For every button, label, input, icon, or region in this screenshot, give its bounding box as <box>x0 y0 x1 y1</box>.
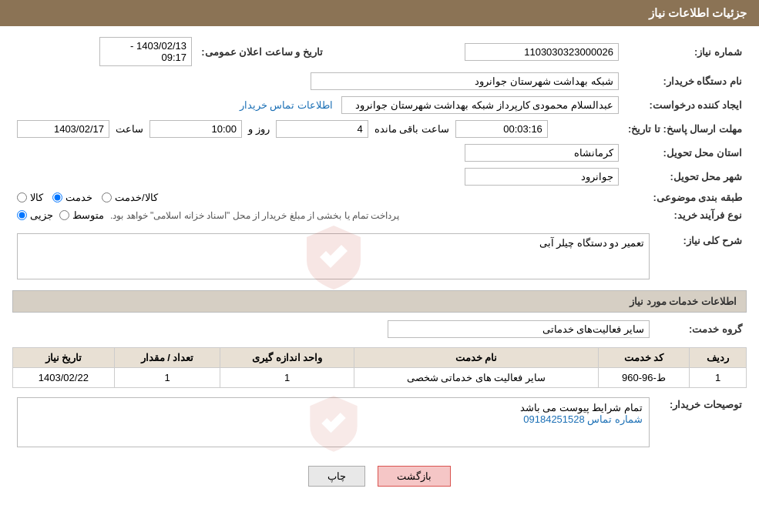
announce-date-label: تاریخ و ساعت اعلان عمومی: <box>196 34 327 69</box>
cell-qty: 1 <box>114 368 220 388</box>
countdown-label: ساعت باقی مانده <box>374 123 449 135</box>
cell-unit: 1 <box>220 368 354 388</box>
service-group-display: سایر فعالیت‌های خدماتی <box>388 320 650 338</box>
col-row-num: ردیف <box>690 348 747 368</box>
buyer-org-display: شبکه بهداشت شهرستان جوانرود <box>311 72 619 90</box>
table-row: 1 ط-96-960 سایر فعالیت های خدماتی شخصی 1… <box>13 368 747 388</box>
category-kala-khidmat: کالا/خدمت <box>102 192 158 203</box>
need-number-display: 1103030323000026 <box>465 43 619 61</box>
contact-link[interactable]: اطلاعات تماس خریدار <box>240 99 333 111</box>
process-note: پرداخت تمام یا بخشی از مبلغ خریدار از مح… <box>110 210 399 221</box>
category-kala-khidmat-label: کالا/خدمت <box>115 192 158 203</box>
cell-row-num: 1 <box>690 368 747 388</box>
requester-label: ایجاد کننده درخواست: <box>623 93 747 117</box>
province-label: استان محل تحویل: <box>623 141 747 165</box>
buyer-desc-line1: تمام شرایط پیوست می باشد <box>24 402 643 413</box>
buyer-org-value: شبکه بهداشت شهرستان جوانرود <box>12 69 623 93</box>
announce-date-display: 1403/02/13 - 09:17 <box>99 37 192 66</box>
cell-service-name: سایر فعالیت های خدماتی شخصی <box>354 368 599 388</box>
category-label: طبقه بندی موضوعی: <box>623 189 747 206</box>
buyer-desc-line2-text: شماره تماس 09184251528 <box>523 413 643 425</box>
button-area: بازگشت چاپ <box>12 457 747 494</box>
col-qty: تعداد / مقدار <box>114 348 220 368</box>
process-medium-label: متوسط <box>72 209 104 221</box>
process-small-label: جزیی <box>30 209 53 221</box>
category-khidmat-radio[interactable] <box>52 192 62 202</box>
service-group-value: سایر فعالیت‌های خدماتی <box>12 317 654 341</box>
service-group-table: گروه خدمت: سایر فعالیت‌های خدماتی <box>12 317 747 341</box>
process-small-radio[interactable] <box>17 210 27 220</box>
need-desc-table: شرح کلی نیاز: تعمیر دو دستگاه چیلر آبی <box>12 230 747 283</box>
need-number-value: 1103030323000026 <box>327 34 623 69</box>
services-section-title: اطلاعات خدمات مورد نیاز <box>12 290 747 313</box>
category-kala-label: کالا <box>30 192 43 203</box>
service-group-label: گروه خدمت: <box>654 317 747 341</box>
buyer-desc-table: توصیحات خریدار: تمام شرایط پیوست می باشد… <box>12 394 747 450</box>
col-date: تاریخ نیاز <box>13 348 115 368</box>
response-deadline-label: مهلت ارسال پاسخ: تا تاریخ: <box>623 117 747 141</box>
requester-row: عبدالسلام محمودی کارپرداز شبکه بهداشت شه… <box>12 93 623 117</box>
response-date-display: 1403/02/17 <box>17 120 109 138</box>
cell-date: 1403/02/22 <box>13 368 115 388</box>
response-time-display: 10:00 <box>149 120 242 138</box>
process-medium: متوسط <box>59 209 104 221</box>
category-khidmat: خدمت <box>52 192 92 203</box>
province-display: کرمانشاه <box>465 144 619 162</box>
need-desc-label: شرح کلی نیاز: <box>654 230 747 283</box>
info-table: شماره نیاز: 1103030323000026 تاریخ و ساع… <box>12 34 747 224</box>
buyer-desc-cell: تمام شرایط پیوست می باشد شماره تماس 0918… <box>12 394 654 450</box>
page-header: جزئیات اطلاعات نیاز <box>0 0 759 26</box>
need-desc-cell: تعمیر دو دستگاه چیلر آبی <box>12 230 654 283</box>
cell-service-code: ط-96-960 <box>598 368 689 388</box>
back-button[interactable]: بازگشت <box>378 466 451 487</box>
category-kala-khidmat-radio[interactable] <box>102 192 112 202</box>
city-label: شهر محل تحویل: <box>623 165 747 189</box>
province-value: کرمانشاه <box>12 141 623 165</box>
col-unit: واحد اندازه گیری <box>220 348 354 368</box>
countdown-display: 00:03:16 <box>455 120 548 138</box>
city-display: جوانرود <box>465 168 619 186</box>
category-kala-radio[interactable] <box>17 192 27 202</box>
category-row: کالا/خدمت خدمت کالا <box>12 189 623 206</box>
announce-date-value: 1403/02/13 - 09:17 <box>12 34 196 69</box>
col-service-name: نام خدمت <box>354 348 599 368</box>
process-small: جزیی <box>17 209 53 221</box>
response-day-label: روز و <box>248 123 270 135</box>
city-value: جوانرود <box>12 165 623 189</box>
buyer-desc-label: توصیحات خریدار: <box>654 394 747 450</box>
category-kala: کالا <box>17 192 43 203</box>
process-medium-radio[interactable] <box>59 210 69 220</box>
buyer-desc-line2: شماره تماس 09184251528 <box>24 413 643 425</box>
services-data-table: ردیف کد خدمت نام خدمت واحد اندازه گیری ت… <box>12 347 747 388</box>
response-day-display: 4 <box>276 120 368 138</box>
category-khidmat-label: خدمت <box>65 192 92 203</box>
need-number-label: شماره نیاز: <box>623 34 747 69</box>
process-label: نوع فرآیند خرید: <box>623 206 747 224</box>
watermark-shield <box>303 222 364 291</box>
response-time-label: ساعت <box>116 123 143 135</box>
page-title: جزئیات اطلاعات نیاز <box>649 6 747 19</box>
buyer-org-label: نام دستگاه خریدار: <box>623 69 747 93</box>
requester-display: عبدالسلام محمودی کارپرداز شبکه بهداشت شه… <box>341 96 619 114</box>
response-deadline-row: 00:03:16 ساعت باقی مانده 4 روز و 10:00 س… <box>12 117 623 141</box>
col-service-code: کد خدمت <box>598 348 689 368</box>
need-desc-value: تعمیر دو دستگاه چیلر آبی <box>22 237 644 249</box>
print-button[interactable]: چاپ <box>308 466 365 487</box>
